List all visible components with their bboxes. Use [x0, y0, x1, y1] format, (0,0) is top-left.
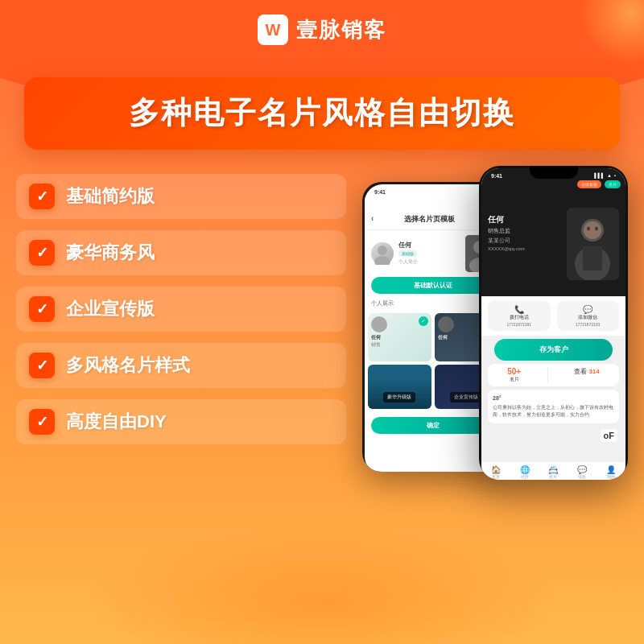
front-stats-row: 50+ 名片 查看 314	[488, 364, 619, 386]
front-nav-messages[interactable]: 💬 消息	[577, 465, 587, 479]
content-area: ✓ 基础简约版 ✓ 豪华商务风 ✓ 企业宣传版 ✓ 多风格名	[0, 166, 644, 520]
phone-notch	[530, 166, 578, 179]
front-wechat-btn[interactable]: 💬 添加微信 17721872191	[557, 301, 620, 331]
profile-mini-info: 任何 基础版 个人简介	[398, 241, 418, 266]
feature-item-5: ✓ 高度自由DIY	[16, 399, 346, 444]
messages-icon: 💬	[577, 465, 587, 474]
basic-tag: 基础版	[398, 250, 417, 257]
feature-text-2: 豪华商务风	[66, 241, 155, 265]
main-banner: 多种电子名片风格自由切换	[24, 77, 620, 150]
home-icon: 🏠	[491, 465, 501, 474]
stat-views-value: 314	[588, 368, 599, 375]
phone-number-2: 17721872191	[559, 322, 617, 327]
check-mark-5: ✓	[36, 413, 48, 431]
check-box-2: ✓	[29, 240, 55, 266]
front-screen-top: 任何 销售总监 某某公司 XXXXX@qq.com	[481, 192, 625, 296]
save-btn-wrapper: 存为客户	[488, 339, 619, 361]
feature-text-3: 企业宣传版	[66, 297, 155, 321]
check-box-4: ✓	[29, 353, 55, 378]
svg-point-1	[374, 256, 390, 265]
front-nav-cards[interactable]: 📇 名片	[548, 465, 558, 479]
phone-front: 9:41 ▌▌▌ ▲ ▪ 在线客服 名片	[479, 166, 628, 480]
front-person-info: 任何 销售总监 某某公司 XXXXX@qq.com	[488, 214, 525, 251]
front-person-title: 销售总监	[488, 227, 525, 235]
check-mark-4: ✓	[36, 357, 48, 374]
svg-point-11	[595, 226, 598, 230]
front-contact-row: 📞 拨打电话 17721872191 💬 添加微信 17721872191	[481, 296, 625, 336]
front-signal-icons: ▌▌▌ ▲ ▪	[594, 173, 616, 179]
front-top-service-row: 在线客服 名片	[481, 180, 625, 192]
nav-community-label: 社区	[520, 474, 530, 479]
profile-mini-avatar	[371, 242, 394, 265]
check-box-5: ✓	[29, 409, 55, 435]
logo-icon: W	[258, 14, 288, 45]
header-triangle	[0, 55, 644, 66]
add-wechat-label: 添加微信	[559, 314, 617, 321]
svg-point-10	[587, 226, 590, 230]
of-text-badge: oF	[601, 429, 617, 442]
front-status-time: 9:41	[491, 173, 502, 179]
front-nav-home[interactable]: 🏠 首页	[491, 465, 501, 479]
check-mark-2: ✓	[36, 244, 48, 262]
front-desc-text: 公司秉持以客为始，立意之上，从初心，旗下设有农村电商，软件技术，努力创造更多可能…	[493, 404, 614, 419]
nav-messages-label: 消息	[577, 474, 587, 479]
front-bottom-nav: 🏠 首页 🌐 社区 📇 名片 💬 消息	[481, 461, 625, 480]
front-person-email: XXXXX@qq.com	[488, 246, 525, 251]
front-nav-profile[interactable]: 👤 我的	[606, 465, 616, 479]
front-battery-icon: ▪	[614, 173, 616, 178]
logo-text: 壹脉销客	[296, 16, 386, 44]
signal-bars-icon: ▌▌▌	[594, 173, 605, 178]
cards-icon: 📇	[548, 465, 558, 474]
header: W 壹脉销客	[0, 0, 644, 55]
stat-divider	[547, 367, 548, 383]
template-card-1-check: ✓	[419, 316, 428, 326]
nav-profile-label: 我的	[606, 474, 616, 479]
page-wrapper: W 壹脉销客 多种电子名片风格自由切换 ✓ 基础简约版 ✓ 豪华商务风	[0, 0, 644, 644]
template-card-3-bg: 豪华升级版	[368, 365, 431, 409]
feature-text-4: 多风格名片样式	[66, 353, 190, 378]
phone-number-1: 17721872191	[490, 322, 548, 327]
avatar-svg	[371, 242, 394, 265]
person-photo	[567, 208, 619, 280]
features-list: ✓ 基础简约版 ✓ 豪华商务风 ✓ 企业宣传版 ✓ 多风格名	[16, 166, 346, 520]
feature-text-1: 基础简约版	[66, 184, 155, 208]
wechat-icon: 💬	[559, 305, 617, 314]
template-card-4-label: 企业宣传版	[450, 392, 482, 402]
main-title: 多种电子名片风格自由切换	[129, 95, 515, 132]
check-box-3: ✓	[29, 296, 55, 322]
front-desc-header: 28°	[493, 394, 614, 403]
svg-rect-8	[583, 246, 602, 270]
front-call-btn[interactable]: 📞 拨打电话 17721872191	[488, 301, 551, 331]
check-mark-1: ✓	[36, 188, 48, 205]
community-icon: 🌐	[520, 465, 530, 474]
nav-cards-label: 名片	[548, 474, 558, 479]
phone-icon: 📞	[490, 305, 548, 314]
stat-views-label: 查看 314	[574, 367, 600, 376]
back-screen-title: 选择名片页模板	[404, 215, 455, 223]
front-description: 28° 公司秉持以客为始，立意之上，从初心，旗下设有农村电商，软件技术，努力创造…	[488, 390, 619, 424]
front-person-name: 任何	[488, 214, 525, 225]
template-card-3[interactable]: 豪华升级版	[368, 365, 431, 409]
front-person-company: 某某公司	[488, 237, 525, 245]
verify-button[interactable]: 基础默认认证	[371, 277, 494, 294]
call-label: 拨打电话	[490, 314, 548, 321]
feature-item-3: ✓ 企业宣传版	[16, 287, 346, 332]
feature-item-4: ✓ 多风格名片样式	[16, 343, 346, 388]
save-as-customer-btn[interactable]: 存为客户	[494, 339, 613, 361]
front-stat-cards: 50+ 名片	[507, 367, 521, 383]
svg-point-0	[378, 246, 387, 255]
share-badge: 名片	[605, 180, 621, 188]
template-card-1[interactable]: 任何 销售 ✓	[368, 313, 431, 361]
back-screen-nav-back: ‹	[371, 214, 374, 223]
service-badge: 在线客服	[577, 180, 601, 188]
confirm-button[interactable]: 确定	[371, 417, 494, 434]
nav-home-label: 首页	[491, 474, 501, 479]
stat-cards-value: 50+	[507, 367, 521, 376]
stat-cards-label: 名片	[507, 376, 521, 383]
front-wifi-icon: ▲	[607, 173, 612, 178]
feature-item-2: ✓ 豪华商务风	[16, 230, 346, 275]
svg-point-9	[584, 221, 601, 239]
front-nav-community[interactable]: 🌐 社区	[520, 465, 530, 479]
template-card-3-label: 豪华升级版	[383, 392, 415, 402]
personal-intro-label: 个人简介	[398, 258, 418, 266]
